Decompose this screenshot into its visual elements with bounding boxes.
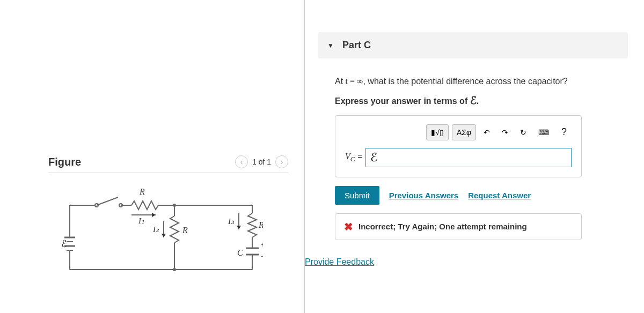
q-prefix: At xyxy=(335,77,346,86)
svg-text:+Q: +Q xyxy=(261,241,263,249)
greek-button[interactable]: ΑΣφ xyxy=(452,124,476,140)
pager-prev-button[interactable]: ‹ xyxy=(235,155,248,168)
svg-point-36 xyxy=(173,204,176,207)
request-answer-link[interactable]: Request Answer xyxy=(468,191,531,200)
svg-text:C: C xyxy=(237,248,243,257)
pager-next-button[interactable]: › xyxy=(275,155,288,168)
svg-text:I₃: I₃ xyxy=(228,217,235,226)
q-math: t = ∞ xyxy=(346,77,363,86)
question-panel: ▼ Part C At t = ∞, what is the potential… xyxy=(305,0,644,313)
svg-text:I₁: I₁ xyxy=(138,217,144,225)
figure-pager: ‹ 1 of 1 › xyxy=(235,155,288,168)
figure-title: Figure xyxy=(48,156,81,168)
help-button[interactable]: ? xyxy=(557,124,572,140)
action-row: Submit Previous Answers Request Answer xyxy=(335,186,628,205)
provide-feedback-link[interactable]: Provide Feedback xyxy=(305,257,628,267)
redo-button[interactable]: ↷ xyxy=(497,124,513,140)
figure-panel: Figure ‹ 1 of 1 › ℰ xyxy=(0,0,305,313)
circuit-diagram: ℰ R I₁ R xyxy=(59,184,263,280)
svg-marker-27 xyxy=(237,226,241,229)
svg-text:R: R xyxy=(182,226,188,235)
pager-text: 1 of 1 xyxy=(252,158,271,166)
svg-point-37 xyxy=(173,268,176,271)
reset-button[interactable]: ↻ xyxy=(516,124,531,140)
svg-marker-21 xyxy=(162,234,166,237)
svg-text:−Q: −Q xyxy=(261,252,263,260)
templates-button[interactable]: ▮√▯ xyxy=(426,124,449,140)
keyboard-button[interactable]: ⌨ xyxy=(534,124,553,140)
answer-box: ▮√▯ ΑΣφ ↶ ↷ ↻ ⌨ ? VC = xyxy=(335,115,582,177)
caret-down-icon: ▼ xyxy=(327,42,334,49)
submit-button[interactable]: Submit xyxy=(335,186,379,205)
q-suffix: , what is the potential difference acros… xyxy=(363,77,567,86)
incorrect-icon: ✖ xyxy=(344,220,353,233)
feedback-box: ✖ Incorrect; Try Again; One attempt rema… xyxy=(335,213,582,240)
previous-answers-link[interactable]: Previous Answers xyxy=(389,191,459,200)
svg-text:ℰ: ℰ xyxy=(61,239,67,249)
part-title: Part C xyxy=(342,40,371,51)
answer-label: VC = xyxy=(345,152,362,163)
question-text: At t = ∞, what is the potential differen… xyxy=(335,74,628,109)
svg-line-9 xyxy=(97,197,118,205)
undo-button[interactable]: ↶ xyxy=(479,124,494,140)
part-header[interactable]: ▼ Part C xyxy=(318,32,628,58)
equation-toolbar: ▮√▯ ΑΣφ ↶ ↷ ↻ ⌨ ? xyxy=(345,124,572,140)
q2-symbol: ℰ xyxy=(470,94,477,106)
svg-text:R: R xyxy=(258,220,263,229)
svg-text:I₂: I₂ xyxy=(152,225,159,234)
svg-text:R: R xyxy=(139,187,145,196)
answer-input[interactable] xyxy=(365,148,572,167)
svg-marker-15 xyxy=(152,213,156,217)
feedback-text: Incorrect; Try Again; One attempt remain… xyxy=(358,222,527,231)
q2-suffix: . xyxy=(477,96,479,106)
q2-prefix: Express your answer in terms of xyxy=(335,96,470,106)
